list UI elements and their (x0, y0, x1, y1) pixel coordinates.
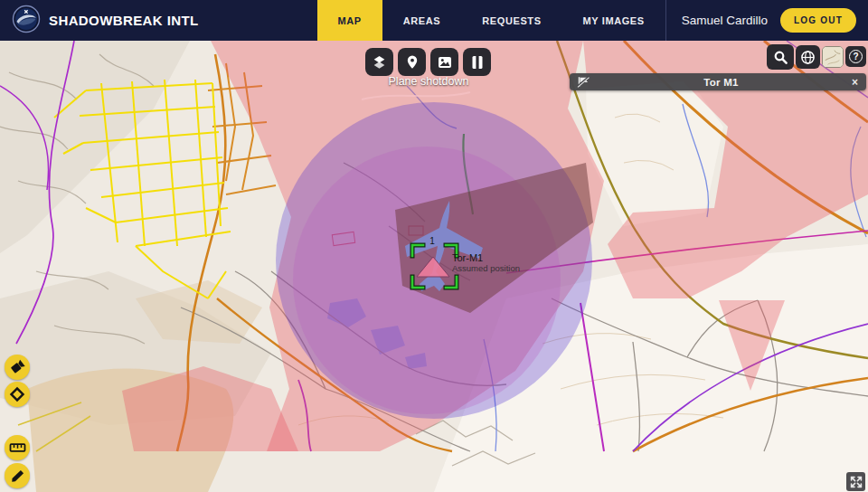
help-button[interactable]: ? (845, 46, 866, 67)
polygon-icon (9, 386, 25, 402)
ruler-icon (9, 441, 26, 454)
pencil-tool-button[interactable] (5, 463, 30, 488)
imagery-icon (438, 56, 452, 69)
brand-logo-icon (12, 5, 41, 37)
globe-icon (800, 50, 816, 65)
panel-close-button[interactable]: × (852, 77, 858, 88)
target-panel[interactable]: Tor M1 × (570, 73, 866, 90)
basemap-preview-button[interactable] (822, 46, 844, 68)
tab-areas[interactable]: AREAS (382, 0, 462, 41)
polygon-tool-button[interactable] (5, 382, 30, 407)
logout-button[interactable]: LOG OUT (780, 8, 856, 33)
basemap-image: 1 Tor-M1 Assumed position (0, 41, 868, 492)
location-pin-icon (405, 54, 420, 70)
brand: SHADOWBREAK INTL (0, 0, 317, 41)
brand-title: SHADOWBREAK INTL (49, 13, 199, 28)
top-nav-bar: SHADOWBREAK INTL MAP AREAS REQUESTS MY I… (0, 0, 868, 41)
layers-button[interactable] (365, 48, 393, 76)
tab-requests[interactable]: REQUESTS (461, 0, 561, 41)
fullscreen-button[interactable] (846, 472, 865, 491)
search-icon (773, 50, 788, 65)
camera-tool-button[interactable] (5, 355, 30, 380)
folded-map-icon (471, 55, 484, 70)
ruler-tool-button[interactable] (5, 435, 30, 460)
event-caption: Plane shotdown (358, 75, 499, 88)
flag-off-icon (577, 76, 590, 88)
layers-icon (372, 55, 387, 70)
panel-title: Tor M1 (590, 77, 852, 88)
marker-subtitle-label: Assumed position (452, 263, 520, 273)
globe-button[interactable] (796, 45, 820, 69)
marker-count-label: 1 (429, 236, 435, 246)
user-section: Samuel Cardillo LOG OUT (665, 0, 868, 41)
help-icon: ? (849, 50, 863, 63)
map-canvas[interactable]: 1 Tor-M1 Assumed position (0, 41, 868, 492)
camera-icon (9, 359, 25, 375)
tab-my-images[interactable]: MY IMAGES (562, 0, 665, 41)
pencil-icon (10, 468, 25, 484)
user-name: Samuel Cardillo (682, 14, 768, 27)
search-button[interactable] (767, 44, 794, 70)
app-window: SHADOWBREAK INTL MAP AREAS REQUESTS MY I… (0, 0, 868, 492)
expand-arrows-icon (850, 476, 863, 488)
marker-title-label: Tor-M1 (452, 252, 483, 263)
location-pin-button[interactable] (398, 48, 426, 76)
basemap-button[interactable] (463, 48, 491, 76)
basemap-preview-icon (823, 46, 843, 68)
nav-tabs: MAP AREAS REQUESTS MY IMAGES (317, 0, 665, 41)
tab-map[interactable]: MAP (317, 0, 382, 41)
imagery-button[interactable] (430, 48, 458, 76)
